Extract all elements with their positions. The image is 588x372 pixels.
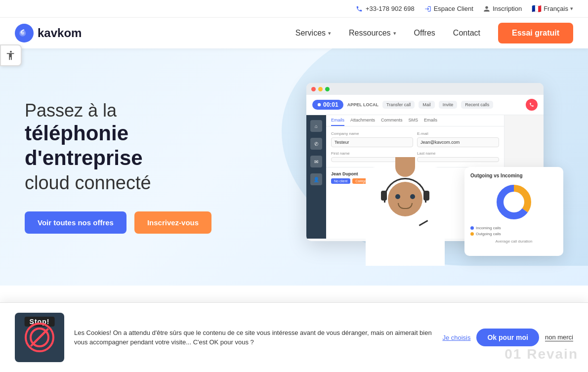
person-head	[388, 182, 422, 216]
logo-icon	[15, 24, 34, 42]
chart-panel: Outgoing vs Incoming Incoming calls	[464, 167, 563, 256]
phone-number[interactable]: +33-178 902 698	[356, 5, 415, 12]
headset-ear-right	[423, 191, 429, 201]
person-illustration	[346, 103, 464, 266]
hero-section: Passez à la téléphonie d'entreprise clou…	[0, 48, 588, 286]
svg-point-1	[21, 32, 24, 35]
inscrivez-vous-button[interactable]: Inscrivez-vous	[134, 211, 211, 234]
cookie-ok-button[interactable]: Ok pour moi	[476, 329, 539, 346]
hero-title-line1: Passez à la	[25, 100, 222, 121]
login-icon	[424, 5, 431, 12]
cookie-decline-button[interactable]: non merci	[545, 333, 573, 341]
nav-offres[interactable]: Offres	[414, 29, 435, 38]
cookie-choose-button[interactable]: Je choisis	[442, 334, 470, 341]
services-chevron-icon: ▾	[328, 30, 331, 37]
chart-title: Outgoing vs Incoming	[470, 173, 557, 178]
app-sidebar: ⌂ ✆ ✉ 👤	[306, 115, 326, 239]
smile	[398, 203, 413, 209]
titlebar-dot-yellow	[318, 87, 323, 91]
end-call-button[interactable]	[526, 99, 538, 111]
person-neck	[395, 157, 415, 177]
app-titlebar	[306, 83, 544, 95]
ressources-chevron-icon: ▾	[393, 30, 396, 37]
stop-sign	[25, 323, 54, 352]
nav-services[interactable]: Services ▾	[295, 29, 331, 38]
accessibility-button[interactable]	[0, 44, 22, 66]
call-timer: 00:01	[312, 100, 343, 110]
cookie-message: Les Cookies! On a attendu d'être sûrs qu…	[74, 328, 432, 347]
top-bar: +33-178 902 698 Espace Client Inscriptio…	[0, 0, 588, 18]
legend-dot-outgoing	[470, 232, 474, 236]
dashboard-mockup: 00:01 APPEL LOCAL Transfer call Mail Inv…	[277, 78, 563, 266]
svg-line-7	[33, 331, 46, 344]
legend-incoming: Incoming calls	[470, 226, 557, 230]
lang-chevron-icon: ▾	[570, 5, 573, 12]
accessibility-icon	[5, 50, 16, 61]
inscription-link[interactable]: Inscription	[483, 5, 522, 12]
hero-content: Passez à la téléphonie d'entreprise clou…	[0, 71, 247, 264]
cookie-stop-icon: Stop!	[15, 313, 64, 362]
voir-offres-button[interactable]: Voir toutes nos offres	[25, 211, 126, 234]
legend-outgoing: Outgoing calls	[470, 232, 557, 236]
svg-point-5	[504, 192, 524, 212]
espace-client-link[interactable]: Espace Client	[424, 5, 473, 12]
tab-emails[interactable]: Emails	[331, 115, 344, 126]
sidebar-icon-contacts[interactable]: 👤	[310, 173, 322, 185]
no-sign-icon	[30, 328, 49, 347]
cookie-banner: Stop! Les Cookies! On a attendu d'être s…	[0, 302, 588, 372]
logo-text: kavkom	[38, 26, 82, 40]
sidebar-icon-chat[interactable]: ✉	[310, 156, 322, 167]
hero-image: 00:01 APPEL LOCAL Transfer call Mail Inv…	[252, 48, 588, 286]
end-call-icon	[529, 102, 534, 107]
hero-title-line2: téléphonie d'entreprise	[25, 121, 222, 171]
nav-contact[interactable]: Contact	[453, 29, 480, 38]
sidebar-icon-home[interactable]: ⌂	[310, 120, 322, 132]
nav-links: Services ▾ Ressources ▾ Offres Contact E…	[295, 23, 573, 43]
svg-point-6	[31, 329, 48, 346]
call-icon	[317, 103, 321, 107]
svg-point-2	[318, 103, 321, 106]
legend-dot-incoming	[470, 226, 474, 230]
headset-ear-left	[381, 191, 387, 201]
phone-icon	[356, 5, 363, 12]
kavkom-logo-icon	[19, 28, 30, 39]
recent-calls-button[interactable]: Recent calls	[461, 101, 493, 109]
donut-chart	[494, 182, 534, 222]
titlebar-dot-green	[325, 87, 330, 91]
avg-duration-label: Average call duration	[470, 239, 557, 244]
hero-title-line3: cloud connecté	[25, 172, 222, 194]
hero-buttons: Voir toutes nos offres Inscrivez-vous	[25, 211, 222, 234]
language-selector[interactable]: 🇫🇷 Français ▾	[532, 4, 573, 13]
sidebar-icon-phone[interactable]: ✆	[310, 138, 322, 150]
nav-ressources[interactable]: Ressources ▾	[349, 29, 396, 38]
cookie-actions: Je choisis Ok pour moi non merci	[442, 329, 573, 346]
logo[interactable]: kavkom	[15, 24, 82, 42]
chart-legend: Incoming calls Outgoing calls	[470, 226, 557, 236]
navbar: kavkom Services ▾ Ressources ▾ Offres Co…	[0, 18, 588, 48]
essai-gratuit-button[interactable]: Essai gratuit	[498, 23, 573, 43]
titlebar-dot-red	[311, 87, 316, 91]
revain-watermark: 01 Revain	[504, 346, 578, 362]
user-icon	[483, 5, 490, 12]
